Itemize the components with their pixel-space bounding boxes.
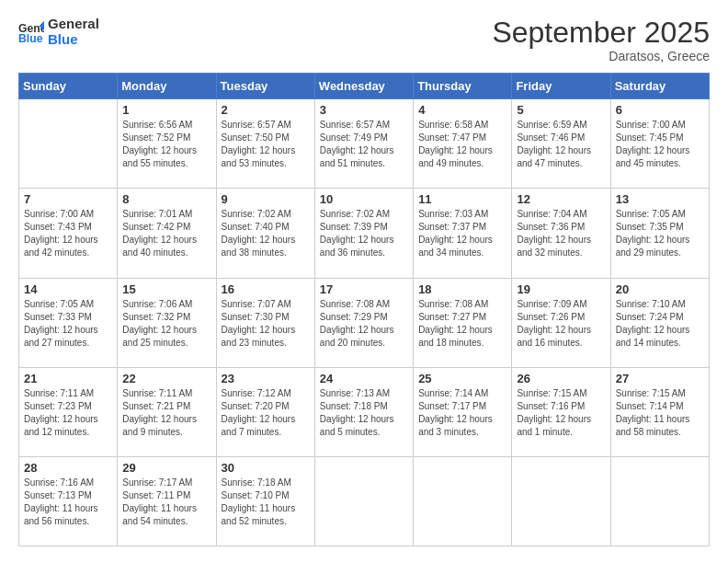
day-info: Sunrise: 7:00 AM Sunset: 7:45 PM Dayligh… (616, 119, 704, 170)
calendar-cell: 27Sunrise: 7:15 AM Sunset: 7:14 PM Dayli… (610, 367, 709, 456)
day-info: Sunrise: 7:11 AM Sunset: 7:21 PM Dayligh… (122, 387, 210, 439)
calendar-cell: 13Sunrise: 7:05 AM Sunset: 7:35 PM Dayli… (610, 189, 709, 278)
day-number: 7 (24, 192, 112, 206)
day-info: Sunrise: 7:08 AM Sunset: 7:27 PM Dayligh… (418, 298, 506, 350)
day-info: Sunrise: 7:10 AM Sunset: 7:24 PM Dayligh… (616, 298, 704, 350)
week-row-4: 21Sunrise: 7:11 AM Sunset: 7:23 PM Dayli… (19, 367, 710, 456)
page: General Blue General Blue September 2025… (0, 0, 728, 563)
logo: General Blue General Blue (18, 17, 99, 47)
logo-icon: General Blue (18, 19, 44, 45)
weekday-header-sunday: Sunday (19, 74, 118, 99)
calendar-cell: 15Sunrise: 7:06 AM Sunset: 7:32 PM Dayli… (118, 278, 216, 367)
calendar-cell: 28Sunrise: 7:16 AM Sunset: 7:13 PM Dayli… (19, 456, 118, 546)
day-number: 3 (320, 103, 408, 117)
day-number: 11 (418, 192, 506, 206)
calendar-cell: 25Sunrise: 7:14 AM Sunset: 7:17 PM Dayli… (414, 367, 512, 456)
calendar-cell: 2Sunrise: 6:57 AM Sunset: 7:50 PM Daylig… (216, 99, 314, 189)
day-number: 5 (517, 103, 605, 117)
day-info: Sunrise: 7:03 AM Sunset: 7:37 PM Dayligh… (418, 208, 506, 259)
day-number: 27 (616, 372, 704, 385)
calendar-cell: 8Sunrise: 7:01 AM Sunset: 7:42 PM Daylig… (118, 189, 216, 278)
day-info: Sunrise: 7:07 AM Sunset: 7:30 PM Dayligh… (222, 298, 310, 350)
header: General Blue General Blue September 2025… (18, 17, 710, 63)
logo-general: General (48, 17, 99, 32)
calendar-cell: 4Sunrise: 6:58 AM Sunset: 7:47 PM Daylig… (414, 99, 512, 189)
day-info: Sunrise: 7:18 AM Sunset: 7:10 PM Dayligh… (222, 477, 310, 528)
week-row-1: 1Sunrise: 6:56 AM Sunset: 7:52 PM Daylig… (19, 99, 710, 189)
location: Daratsos, Greece (492, 49, 710, 63)
day-number: 10 (320, 192, 408, 206)
calendar-cell: 1Sunrise: 6:56 AM Sunset: 7:52 PM Daylig… (118, 99, 216, 189)
day-number: 25 (418, 372, 506, 385)
day-number: 22 (122, 372, 210, 385)
day-number: 20 (616, 282, 704, 296)
day-number: 19 (517, 282, 605, 296)
day-info: Sunrise: 7:06 AM Sunset: 7:32 PM Dayligh… (122, 298, 210, 350)
calendar-cell: 30Sunrise: 7:18 AM Sunset: 7:10 PM Dayli… (216, 456, 314, 546)
day-info: Sunrise: 6:56 AM Sunset: 7:52 PM Dayligh… (122, 119, 210, 170)
day-info: Sunrise: 7:17 AM Sunset: 7:11 PM Dayligh… (122, 477, 210, 528)
calendar-cell: 6Sunrise: 7:00 AM Sunset: 7:45 PM Daylig… (610, 99, 709, 189)
weekday-header-thursday: Thursday (414, 74, 512, 99)
day-number: 21 (24, 372, 112, 385)
day-info: Sunrise: 7:09 AM Sunset: 7:26 PM Dayligh… (517, 298, 605, 350)
day-info: Sunrise: 7:01 AM Sunset: 7:42 PM Dayligh… (122, 208, 210, 259)
day-info: Sunrise: 7:04 AM Sunset: 7:36 PM Dayligh… (517, 208, 605, 259)
calendar-cell: 3Sunrise: 6:57 AM Sunset: 7:49 PM Daylig… (314, 99, 413, 189)
day-info: Sunrise: 7:12 AM Sunset: 7:20 PM Dayligh… (222, 387, 310, 439)
day-info: Sunrise: 7:11 AM Sunset: 7:23 PM Dayligh… (24, 387, 112, 439)
calendar-cell: 22Sunrise: 7:11 AM Sunset: 7:21 PM Dayli… (118, 367, 216, 456)
logo-blue: Blue (48, 32, 99, 48)
day-info: Sunrise: 7:05 AM Sunset: 7:33 PM Dayligh… (24, 298, 112, 350)
weekday-header-tuesday: Tuesday (216, 74, 314, 99)
day-number: 23 (222, 372, 310, 385)
calendar-cell: 7Sunrise: 7:00 AM Sunset: 7:43 PM Daylig… (19, 189, 118, 278)
day-info: Sunrise: 7:13 AM Sunset: 7:18 PM Dayligh… (320, 387, 408, 439)
week-row-3: 14Sunrise: 7:05 AM Sunset: 7:33 PM Dayli… (19, 278, 710, 367)
calendar-cell: 23Sunrise: 7:12 AM Sunset: 7:20 PM Dayli… (216, 367, 314, 456)
day-number: 18 (418, 282, 506, 296)
weekday-header-wednesday: Wednesday (314, 74, 413, 99)
day-info: Sunrise: 7:00 AM Sunset: 7:43 PM Dayligh… (24, 208, 112, 259)
day-info: Sunrise: 6:59 AM Sunset: 7:46 PM Dayligh… (517, 119, 605, 170)
day-info: Sunrise: 7:16 AM Sunset: 7:13 PM Dayligh… (24, 477, 112, 528)
day-number: 9 (222, 192, 310, 206)
weekday-header-saturday: Saturday (610, 74, 709, 99)
calendar-cell: 14Sunrise: 7:05 AM Sunset: 7:33 PM Dayli… (19, 278, 118, 367)
day-info: Sunrise: 6:57 AM Sunset: 7:50 PM Dayligh… (222, 119, 310, 170)
calendar-table: SundayMondayTuesdayWednesdayThursdayFrid… (18, 73, 710, 546)
day-number: 13 (616, 192, 704, 206)
day-number: 26 (517, 372, 605, 385)
calendar-cell: 5Sunrise: 6:59 AM Sunset: 7:46 PM Daylig… (512, 99, 610, 189)
month-title: September 2025 (492, 17, 710, 49)
calendar-cell (414, 456, 512, 546)
day-info: Sunrise: 7:08 AM Sunset: 7:29 PM Dayligh… (320, 298, 408, 350)
day-info: Sunrise: 7:15 AM Sunset: 7:16 PM Dayligh… (517, 387, 605, 439)
day-number: 16 (222, 282, 310, 296)
day-number: 2 (222, 103, 310, 117)
calendar-cell: 21Sunrise: 7:11 AM Sunset: 7:23 PM Dayli… (19, 367, 118, 456)
week-row-2: 7Sunrise: 7:00 AM Sunset: 7:43 PM Daylig… (19, 189, 710, 278)
day-info: Sunrise: 6:57 AM Sunset: 7:49 PM Dayligh… (320, 119, 408, 170)
day-number: 24 (320, 372, 408, 385)
day-number: 4 (418, 103, 506, 117)
calendar-cell: 18Sunrise: 7:08 AM Sunset: 7:27 PM Dayli… (414, 278, 512, 367)
calendar-cell: 10Sunrise: 7:02 AM Sunset: 7:39 PM Dayli… (314, 189, 413, 278)
calendar-cell: 9Sunrise: 7:02 AM Sunset: 7:40 PM Daylig… (216, 189, 314, 278)
calendar-cell: 26Sunrise: 7:15 AM Sunset: 7:16 PM Dayli… (512, 367, 610, 456)
day-number: 8 (122, 192, 210, 206)
day-number: 6 (616, 103, 704, 117)
calendar-cell: 29Sunrise: 7:17 AM Sunset: 7:11 PM Dayli… (118, 456, 216, 546)
day-number: 29 (122, 461, 210, 475)
day-info: Sunrise: 6:58 AM Sunset: 7:47 PM Dayligh… (418, 119, 506, 170)
day-number: 15 (122, 282, 210, 296)
calendar-cell (314, 456, 413, 546)
day-number: 14 (24, 282, 112, 296)
weekday-header-friday: Friday (512, 74, 610, 99)
calendar-cell: 19Sunrise: 7:09 AM Sunset: 7:26 PM Dayli… (512, 278, 610, 367)
day-number: 30 (222, 461, 310, 475)
day-info: Sunrise: 7:02 AM Sunset: 7:40 PM Dayligh… (222, 208, 310, 259)
week-row-5: 28Sunrise: 7:16 AM Sunset: 7:13 PM Dayli… (19, 456, 710, 546)
day-info: Sunrise: 7:14 AM Sunset: 7:17 PM Dayligh… (418, 387, 506, 439)
day-number: 28 (24, 461, 112, 475)
